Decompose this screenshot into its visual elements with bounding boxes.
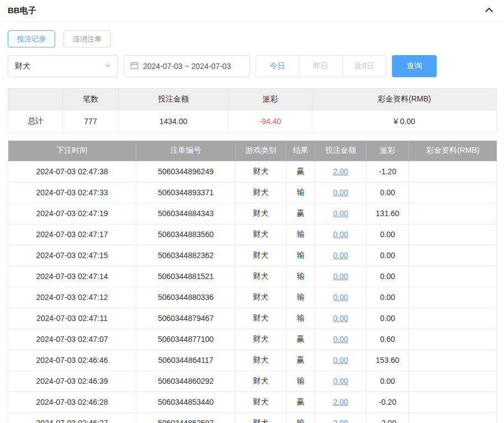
cell-payout: 0.00 bbox=[367, 182, 409, 203]
summary-bonus: ¥ 0.00 bbox=[312, 110, 497, 133]
bet-amount-link[interactable]: 0.00 bbox=[333, 356, 348, 365]
panel-content: 投注记录 连消注单 财犬 2024-07-03 ~ 2024-07-03 今日 … bbox=[0, 30, 504, 423]
tab-bet-records[interactable]: 投注记录 bbox=[8, 30, 55, 47]
bet-amount-link[interactable]: 0.00 bbox=[333, 188, 348, 197]
bet-table-body: 2024-07-03 02:47:385060344896249财犬赢2.00-… bbox=[8, 161, 497, 423]
game-select[interactable]: 财犬 bbox=[8, 55, 118, 77]
cell-payout: -1.20 bbox=[367, 161, 409, 182]
col-header-bet-amount: 投注金额 bbox=[315, 141, 367, 161]
cell-bet-amount: 0.00 bbox=[315, 329, 367, 350]
cell-order-id: 5060344864117 bbox=[136, 350, 236, 371]
col-header-payout: 派彩 bbox=[367, 141, 409, 161]
search-button[interactable]: 查询 bbox=[392, 55, 437, 77]
col-header-result: 结果 bbox=[287, 141, 315, 161]
cell-game-type: 财犬 bbox=[236, 350, 287, 371]
cell-payout: 0.00 bbox=[367, 266, 409, 287]
bet-amount-link[interactable]: 2.00 bbox=[333, 419, 348, 423]
table-row: 2024-07-03 02:47:075060344877100财犬赢0.000… bbox=[8, 329, 497, 350]
bet-amount-link[interactable]: 0.00 bbox=[333, 293, 348, 302]
bet-amount-link[interactable]: 2.00 bbox=[333, 398, 348, 406]
cell-bet-time: 2024-07-03 02:46:46 bbox=[8, 350, 136, 371]
cell-order-id: 5060344881521 bbox=[136, 266, 236, 287]
bet-amount-link[interactable]: 0.00 bbox=[333, 272, 348, 281]
bet-records-panel: BB电子 投注记录 连消注单 财犬 2024-07-03 ~ 2024- bbox=[0, 0, 504, 423]
tab-bar: 投注记录 连消注单 bbox=[8, 30, 496, 47]
bet-amount-link[interactable]: 0.00 bbox=[333, 209, 348, 218]
summary-payout: -94.40 bbox=[229, 110, 312, 133]
cell-result: 赢 bbox=[287, 329, 315, 350]
cell-bonus bbox=[409, 329, 497, 350]
cell-bonus bbox=[409, 245, 497, 266]
collapse-button[interactable] bbox=[484, 5, 494, 17]
cell-game-type: 财犬 bbox=[236, 392, 287, 413]
cell-result: 赢 bbox=[287, 350, 315, 371]
cell-payout: -0.20 bbox=[367, 392, 409, 413]
summary-col-count: 笔数 bbox=[63, 89, 119, 110]
cell-bonus bbox=[409, 161, 497, 182]
cell-result: 输 bbox=[287, 413, 315, 423]
summary-table: 笔数 投注金额 派彩 彩金资料(RMB) 总计 777 1434.00 -94.… bbox=[8, 88, 497, 133]
table-row: 2024-07-03 02:46:395060344860292财犬输0.000… bbox=[8, 371, 497, 392]
table-row: 2024-07-03 02:47:115060344879467财犬输0.000… bbox=[8, 308, 497, 329]
bet-amount-link[interactable]: 0.00 bbox=[333, 230, 348, 239]
chevron-up-icon bbox=[484, 5, 494, 17]
page-title: BB电子 bbox=[8, 6, 36, 16]
cell-order-id: 5060344879467 bbox=[136, 308, 236, 329]
col-header-bet-time: 下注时间 bbox=[8, 141, 136, 161]
col-header-order-id: 注单编号 bbox=[136, 141, 236, 161]
table-row: 2024-07-03 02:47:155060344882362财犬输0.000… bbox=[8, 245, 497, 266]
bet-amount-link[interactable]: 0.00 bbox=[333, 314, 348, 323]
cell-bet-amount: 0.00 bbox=[315, 350, 367, 371]
cell-bet-time: 2024-07-03 02:47:07 bbox=[8, 329, 136, 350]
cell-bet-time: 2024-07-03 02:47:33 bbox=[8, 182, 136, 203]
cell-bonus bbox=[409, 308, 497, 329]
cell-game-type: 财犬 bbox=[236, 266, 287, 287]
cell-bet-time: 2024-07-03 02:47:15 bbox=[8, 245, 136, 266]
bet-amount-link[interactable]: 0.00 bbox=[333, 251, 348, 260]
cell-bonus bbox=[409, 413, 497, 423]
cell-result: 输 bbox=[287, 266, 315, 287]
cell-bonus bbox=[409, 182, 497, 203]
cell-bet-amount: 0.00 bbox=[315, 203, 367, 224]
today-button[interactable]: 今日 bbox=[256, 55, 299, 77]
yesterday-button[interactable]: 昨日 bbox=[299, 55, 343, 77]
table-row: 2024-07-03 02:47:385060344896249财犬赢2.00-… bbox=[8, 161, 497, 182]
chevron-down-icon bbox=[104, 62, 111, 71]
cell-game-type: 财犬 bbox=[236, 203, 287, 224]
quick-date-group: 今日 昨日 近8日 bbox=[256, 55, 386, 77]
table-row: 2024-07-03 02:47:335060344893371财犬输0.000… bbox=[8, 182, 497, 203]
summary-header-row: 笔数 投注金额 派彩 彩金资料(RMB) bbox=[8, 89, 497, 110]
cell-payout: 0.00 bbox=[367, 224, 409, 245]
date-range-picker[interactable]: 2024-07-03 ~ 2024-07-03 bbox=[124, 55, 250, 77]
panel-header: BB电子 bbox=[0, 0, 504, 22]
cell-order-id: 5060344883560 bbox=[136, 224, 236, 245]
cell-bet-amount: 2.00 bbox=[315, 161, 367, 182]
cell-payout: 0.00 bbox=[367, 308, 409, 329]
cell-bet-time: 2024-07-03 02:46:27 bbox=[8, 413, 136, 423]
summary-total-label: 总计 bbox=[8, 110, 63, 133]
cell-bonus bbox=[409, 350, 497, 371]
bet-amount-link[interactable]: 0.00 bbox=[333, 377, 348, 385]
col-header-bonus: 彩金资料(RMB) bbox=[409, 141, 497, 161]
bet-table: 下注时间注单编号游戏类别结果投注金额派彩彩金资料(RMB) 2024-07-03… bbox=[8, 141, 497, 423]
table-row: 2024-07-03 02:46:285060344853440财犬赢2.00-… bbox=[8, 392, 497, 413]
last-8-days-button[interactable]: 近8日 bbox=[343, 55, 386, 77]
cell-bet-amount: 2.00 bbox=[315, 413, 367, 423]
cell-result: 赢 bbox=[287, 161, 315, 182]
cell-game-type: 财犬 bbox=[236, 245, 287, 266]
cell-order-id: 5060344880336 bbox=[136, 287, 236, 308]
summary-col-blank bbox=[8, 89, 63, 110]
table-row: 2024-07-03 02:46:465060344864117财犬赢0.001… bbox=[8, 350, 497, 371]
cell-game-type: 财犬 bbox=[236, 161, 287, 182]
cell-bonus bbox=[409, 287, 497, 308]
summary-row: 总计 777 1434.00 -94.40 ¥ 0.00 bbox=[8, 110, 497, 133]
cell-bet-amount: 0.00 bbox=[315, 287, 367, 308]
cell-bet-amount: 0.00 bbox=[315, 266, 367, 287]
cell-bonus bbox=[409, 371, 497, 392]
tab-cancelled-orders[interactable]: 连消注单 bbox=[63, 30, 111, 47]
bet-amount-link[interactable]: 0.00 bbox=[333, 335, 348, 344]
bet-amount-link[interactable]: 2.00 bbox=[333, 167, 348, 176]
date-range-value: 2024-07-03 ~ 2024-07-03 bbox=[143, 62, 231, 71]
cell-game-type: 财犬 bbox=[236, 329, 287, 350]
cell-result: 输 bbox=[287, 371, 315, 392]
